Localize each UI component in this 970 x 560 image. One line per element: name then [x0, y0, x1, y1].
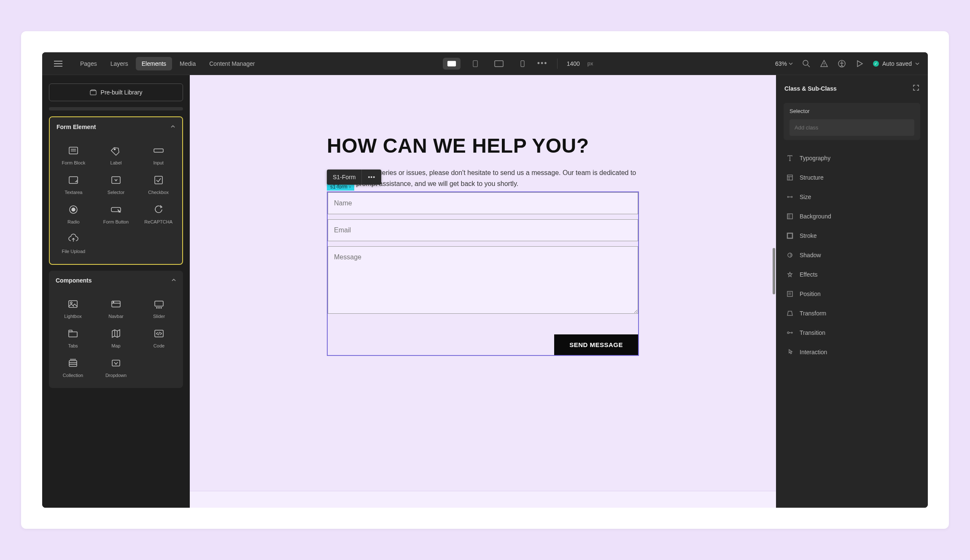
svg-rect-40 [787, 175, 792, 180]
style-sections-list: Typography Structure Size Background Str… [784, 150, 920, 360]
tab-content-manager[interactable]: Content Manager [203, 57, 261, 70]
add-class-input[interactable] [789, 119, 914, 136]
right-panel-header: Class & Sub-Class [784, 83, 920, 97]
svg-point-20 [72, 208, 75, 211]
message-field[interactable] [328, 246, 638, 314]
element-input[interactable]: Input [138, 141, 179, 169]
element-checkbox[interactable]: Checkbox [138, 170, 179, 198]
style-background[interactable]: Background [784, 208, 920, 224]
element-textarea[interactable]: Textarea [53, 170, 94, 198]
chevron-up-icon [171, 277, 176, 284]
form-footer: SEND MESSAGE [328, 315, 638, 355]
more-devices-icon[interactable]: ••• [537, 59, 548, 68]
element-lightbox[interactable]: Lightbox [52, 294, 94, 322]
topbar-right: 63% Auto saved [775, 59, 919, 68]
element-tabs[interactable]: Tabs [52, 324, 94, 352]
section-form-element: Form Element Form Block Label Input Text… [49, 116, 183, 265]
viewport-width[interactable]: 1400 [567, 60, 580, 67]
send-message-button[interactable]: SEND MESSAGE [554, 334, 638, 355]
device-tablet-portrait-icon[interactable] [466, 58, 484, 70]
recaptcha-icon [152, 203, 165, 216]
svg-rect-48 [789, 293, 791, 295]
style-transform[interactable]: Transform [784, 305, 920, 321]
svg-rect-1 [473, 60, 477, 67]
email-field[interactable] [328, 219, 638, 241]
element-dropdown[interactable]: Dropdown [95, 353, 137, 381]
transition-icon [786, 329, 794, 337]
svg-point-26 [113, 302, 114, 303]
element-form-block[interactable]: Form Block [53, 141, 94, 169]
svg-rect-16 [69, 177, 78, 183]
element-file-upload[interactable]: File Upload [53, 229, 94, 257]
device-tablet-landscape-icon[interactable] [490, 58, 508, 70]
section-title: Form Element [57, 124, 96, 130]
section-header-form[interactable]: Form Element [50, 117, 182, 137]
textarea-icon [67, 174, 80, 186]
style-effects[interactable]: Effects [784, 267, 920, 283]
menu-button[interactable] [51, 57, 66, 70]
style-typography[interactable]: Typography [784, 150, 920, 166]
style-size[interactable]: Size [784, 189, 920, 205]
svg-rect-10 [90, 91, 96, 95]
slider-icon [153, 298, 165, 310]
device-desktop-icon[interactable] [443, 58, 461, 70]
form-s1[interactable]: SEND MESSAGE [327, 191, 639, 356]
element-options-icon[interactable]: ••• [362, 170, 381, 185]
expand-icon[interactable] [913, 84, 919, 93]
svg-rect-3 [521, 60, 524, 66]
style-interaction[interactable]: Interaction [784, 344, 920, 360]
element-code[interactable]: Code [138, 324, 180, 352]
selector-box: Selector [784, 103, 920, 140]
svg-rect-22 [69, 301, 77, 307]
svg-rect-18 [155, 176, 162, 184]
device-mobile-icon[interactable] [514, 58, 531, 70]
tab-layers[interactable]: Layers [105, 57, 134, 70]
svg-point-29 [159, 307, 159, 308]
selected-element-name[interactable]: S1-Form [327, 170, 362, 185]
tab-pages[interactable]: Pages [74, 57, 103, 70]
svg-point-9 [841, 61, 842, 62]
svg-point-30 [161, 307, 162, 308]
element-navbar[interactable]: Navbar [95, 294, 137, 322]
style-structure[interactable]: Structure [784, 170, 920, 186]
right-panel: Class & Sub-Class Selector Typography St… [776, 75, 928, 508]
canvas[interactable]: HOW CAN WE HELP YOU? If you have any que… [190, 75, 776, 508]
element-recaptcha[interactable]: ReCAPTCHA [138, 200, 179, 228]
svg-rect-15 [154, 149, 163, 152]
element-collection[interactable]: Collection [52, 353, 94, 381]
tab-media[interactable]: Media [174, 57, 202, 70]
svg-rect-32 [69, 330, 72, 332]
play-icon[interactable] [855, 59, 864, 68]
divider-bar [49, 107, 183, 110]
selector-label: Selector [789, 108, 914, 114]
app-root: Pages Layers Elements Media Content Mana… [42, 52, 928, 508]
style-stroke[interactable]: Stroke [784, 228, 920, 244]
element-label[interactable]: Label [96, 141, 137, 169]
zoom-value: 63% [775, 60, 787, 67]
chevron-up-icon [170, 123, 175, 131]
svg-rect-2 [495, 61, 503, 67]
section-header-components[interactable]: Components [49, 271, 183, 290]
page-heading[interactable]: HOW CAN WE HELP YOU? [327, 134, 639, 157]
style-shadow[interactable]: Shadow [784, 247, 920, 263]
workspace: Pre-built Library Form Element Form Bloc… [42, 75, 928, 508]
accessibility-icon[interactable] [838, 59, 846, 68]
element-map[interactable]: Map [95, 324, 137, 352]
auto-save-status[interactable]: Auto saved [873, 60, 919, 67]
file-upload-icon [67, 233, 80, 245]
search-icon[interactable] [802, 59, 811, 68]
warning-icon[interactable] [820, 59, 828, 68]
viewport-unit: px [587, 60, 593, 67]
tab-elements[interactable]: Elements [136, 57, 172, 70]
element-selector[interactable]: Selector [96, 170, 137, 198]
element-form-button[interactable]: Form Button [96, 200, 137, 228]
style-transition[interactable]: Transition [784, 325, 920, 341]
style-position[interactable]: Position [784, 286, 920, 302]
name-field[interactable] [328, 192, 638, 214]
canvas-scrollbar[interactable] [773, 248, 775, 294]
selected-element-toolbar: S1-Form ••• [327, 170, 381, 185]
element-slider[interactable]: Slider [138, 294, 180, 322]
zoom-control[interactable]: 63% [775, 60, 793, 67]
element-radio[interactable]: Radio [53, 200, 94, 228]
prebuilt-library-button[interactable]: Pre-built Library [49, 83, 183, 101]
